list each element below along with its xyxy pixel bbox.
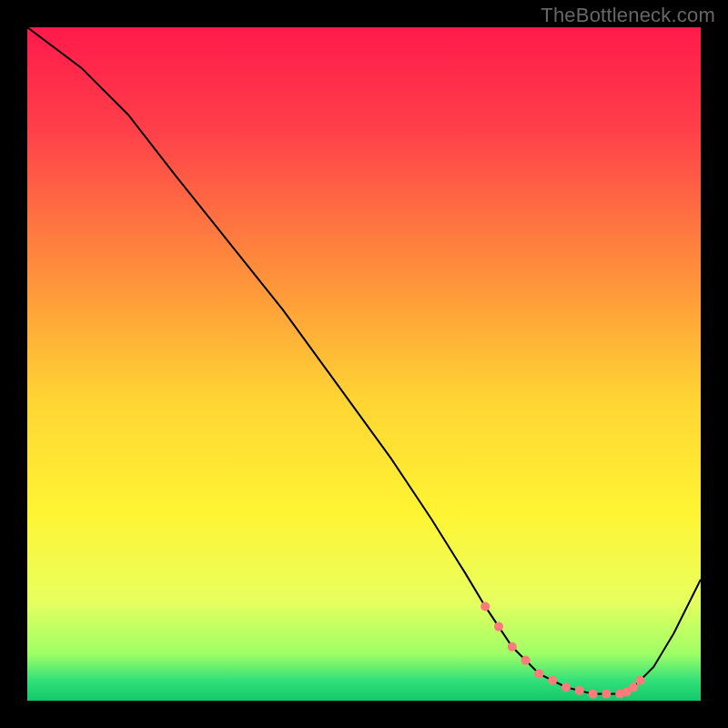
marker-dot: [494, 622, 503, 632]
gradient-background: [27, 27, 701, 701]
bottleneck-chart: [27, 27, 701, 701]
marker-dot: [548, 676, 557, 685]
marker-dot: [561, 682, 571, 692]
marker-dot: [534, 669, 543, 678]
marker-dot: [508, 642, 517, 652]
marker-dot: [602, 690, 611, 699]
marker-dot: [635, 676, 644, 685]
marker-dot: [521, 656, 531, 665]
marker-dot: [480, 602, 490, 611]
watermark-text: TheBottleneck.com: [541, 4, 715, 27]
marker-dot: [575, 686, 584, 695]
marker-dot: [589, 690, 598, 699]
chart-frame: TheBottleneck.com: [0, 0, 728, 728]
marker-dot: [629, 682, 638, 692]
